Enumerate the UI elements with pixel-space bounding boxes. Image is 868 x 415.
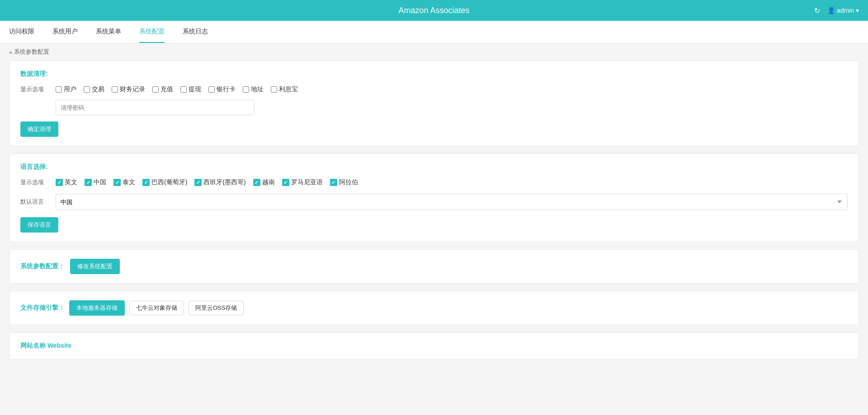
lang-pt-label: 巴西(葡萄牙) [151, 178, 187, 187]
lang-ro-checkbox: ✓ [282, 179, 289, 186]
save-language-row: 保存语言 [20, 217, 848, 233]
lang-ar-checkbox: ✓ [330, 179, 337, 186]
checkbox-recharge-input[interactable] [152, 86, 159, 93]
confirm-cleanup-row: 确定清理 [20, 121, 848, 137]
lang-th-checkbox: ✓ [113, 179, 121, 186]
language-options-row: 显示选项 ✓ 英文 ✓ 中国 ✓ 泰文 ✓ 巴西(葡萄牙) [20, 178, 848, 187]
checkbox-address-label: 地址 [251, 85, 264, 93]
lang-es-checkbox: ✓ [194, 179, 202, 186]
website-section: 网站名称 Website [9, 332, 859, 359]
checkbox-address[interactable]: 地址 [243, 85, 264, 93]
chevron-down-icon: ▾ [856, 7, 859, 14]
nav-item-users[interactable]: 系统用户 [52, 21, 78, 43]
lang-ar[interactable]: ✓ 阿拉伯 [330, 178, 358, 187]
lang-es[interactable]: ✓ 西班牙(墨西哥) [194, 178, 245, 187]
lang-ar-label: 阿拉伯 [339, 178, 358, 187]
checkbox-finance-input[interactable] [112, 86, 118, 93]
data-cleanup-options-row: 显示选项 用户 交易 财务记录 充值 [20, 85, 848, 93]
language-display-label: 显示选项 [20, 178, 52, 187]
nav-item-access[interactable]: 访问权限 [9, 21, 34, 43]
checkbox-bankcard[interactable]: 银行卡 [208, 85, 236, 93]
cleanup-password-input[interactable] [56, 100, 255, 115]
breadcrumb: » 系统参数配置 [0, 43, 868, 61]
lang-pt[interactable]: ✓ 巴西(葡萄牙) [142, 178, 187, 187]
checkbox-bankcard-label: 银行卡 [217, 85, 236, 93]
refresh-icon[interactable]: ↻ [814, 6, 820, 15]
lang-pt-checkbox: ✓ [142, 179, 150, 186]
file-storage-row: 文件存储引擎： 本地服务器存储 七牛云对象存储 阿里云OSS存储 [20, 300, 848, 316]
app-title: Amazon Associates [398, 6, 469, 15]
nav-item-logs[interactable]: 系统日志 [183, 21, 208, 43]
header: Amazon Associates ↻ 👤 admin ▾ [0, 0, 868, 21]
checkbox-lixi-label: 利息宝 [279, 85, 298, 93]
modify-system-config-button[interactable]: 修改系统配置 [70, 259, 120, 274]
checkbox-finance[interactable]: 财务记录 [112, 85, 145, 93]
qiniu-storage-button[interactable]: 七牛云对象存储 [129, 301, 184, 315]
language-checkbox-group: ✓ 英文 ✓ 中国 ✓ 泰文 ✓ 巴西(葡萄牙) ✓ 西班牙(墨西哥) [56, 178, 358, 187]
checkbox-trade-input[interactable] [84, 86, 90, 93]
checkbox-finance-label: 财务记录 [120, 85, 145, 93]
checkbox-user[interactable]: 用户 [56, 85, 76, 93]
checkbox-withdraw-label: 提现 [189, 85, 201, 93]
user-icon: 👤 [827, 7, 835, 14]
checkbox-trade-label: 交易 [92, 85, 104, 93]
checkbox-recharge-label: 充值 [160, 85, 173, 93]
file-storage-section: 文件存储引擎： 本地服务器存储 七牛云对象存储 阿里云OSS存储 [9, 291, 859, 325]
website-title: 网站名称 Website [20, 342, 848, 350]
password-row [56, 100, 848, 115]
local-storage-button[interactable]: 本地服务器存储 [69, 300, 125, 316]
default-language-row: 默认语言 中国 英文 泰文 巴西(葡萄牙) 西班牙(墨西哥) 越南 罗马尼亚语 … [20, 194, 848, 210]
default-language-label: 默认语言 [20, 198, 52, 206]
lang-ro[interactable]: ✓ 罗马尼亚语 [282, 178, 323, 187]
lang-ro-label: 罗马尼亚语 [291, 178, 323, 187]
lang-zh-checkbox: ✓ [85, 179, 92, 186]
user-info[interactable]: 👤 admin ▾ [827, 7, 859, 14]
lang-zh-label: 中国 [94, 178, 106, 187]
system-params-title: 系统参数配置： [20, 262, 65, 270]
checkbox-trade[interactable]: 交易 [84, 85, 104, 93]
checkbox-bankcard-input[interactable] [208, 86, 215, 93]
save-language-button[interactable]: 保存语言 [20, 217, 58, 233]
checkbox-recharge[interactable]: 充值 [152, 85, 173, 93]
checkbox-lixi-input[interactable] [271, 86, 277, 93]
system-params-section: 系统参数配置： 修改系统配置 [9, 249, 859, 284]
confirm-cleanup-button[interactable]: 确定清理 [20, 121, 58, 137]
system-params-row: 系统参数配置： 修改系统配置 [20, 259, 848, 274]
lang-zh[interactable]: ✓ 中国 [85, 178, 106, 187]
checkbox-user-label: 用户 [64, 85, 76, 93]
lang-es-label: 西班牙(墨西哥) [203, 178, 245, 187]
default-language-select-wrapper: 中国 英文 泰文 巴西(葡萄牙) 西班牙(墨西哥) 越南 罗马尼亚语 阿拉伯 [56, 194, 848, 210]
language-section: 语言选择: 显示选项 ✓ 英文 ✓ 中国 ✓ 泰文 ✓ 巴西(葡萄牙) [9, 154, 859, 242]
checkbox-address-input[interactable] [243, 86, 249, 93]
display-options-label: 显示选项 [20, 85, 52, 93]
lang-en[interactable]: ✓ 英文 [56, 178, 77, 187]
breadcrumb-separator: » [9, 49, 12, 56]
file-storage-title: 文件存储引擎： [20, 304, 65, 312]
lang-vi[interactable]: ✓ 越南 [253, 178, 275, 187]
lang-en-checkbox: ✓ [56, 179, 63, 186]
nav-item-menu[interactable]: 系统菜单 [96, 21, 121, 43]
lang-vi-label: 越南 [262, 178, 275, 187]
data-cleanup-checkbox-group: 用户 交易 财务记录 充值 提现 [56, 85, 298, 93]
data-cleanup-section: 数据清理: 显示选项 用户 交易 财务记录 充值 [9, 61, 859, 146]
checkbox-withdraw[interactable]: 提现 [180, 85, 201, 93]
lang-th[interactable]: ✓ 泰文 [113, 178, 135, 187]
username: admin [837, 7, 854, 14]
header-right: ↻ 👤 admin ▾ [814, 6, 859, 15]
aliyun-storage-button[interactable]: 阿里云OSS存储 [189, 301, 244, 315]
default-language-select[interactable]: 中国 英文 泰文 巴西(葡萄牙) 西班牙(墨西哥) 越南 罗马尼亚语 阿拉伯 [56, 194, 848, 210]
breadcrumb-text: 系统参数配置 [14, 48, 49, 56]
main-content: 数据清理: 显示选项 用户 交易 财务记录 充值 [0, 61, 868, 368]
lang-vi-checkbox: ✓ [253, 179, 260, 186]
checkbox-withdraw-input[interactable] [180, 86, 187, 93]
language-title: 语言选择: [20, 163, 848, 171]
lang-en-label: 英文 [65, 178, 77, 187]
data-cleanup-title: 数据清理: [20, 70, 848, 78]
lang-th-label: 泰文 [123, 178, 135, 187]
checkbox-lixi[interactable]: 利息宝 [271, 85, 298, 93]
navigation: 访问权限 系统用户 系统菜单 系统配置 系统日志 [0, 21, 868, 43]
nav-item-config[interactable]: 系统配置 [139, 21, 165, 43]
checkbox-user-input[interactable] [56, 86, 62, 93]
